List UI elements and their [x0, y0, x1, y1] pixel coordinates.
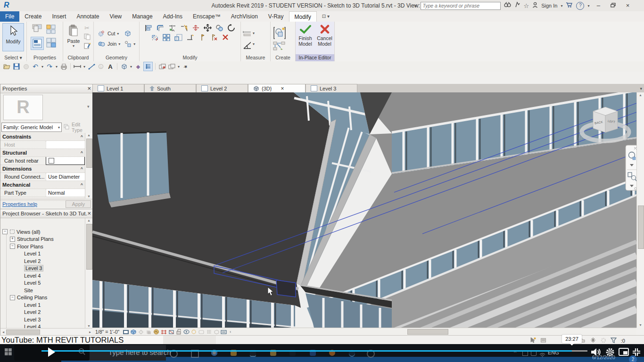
app-store-cart-icon[interactable] [566, 1, 573, 10]
unpin-icon[interactable] [210, 33, 218, 41]
tree-item-site[interactable]: Site [2, 287, 84, 294]
tab-annotate[interactable]: Annotate [71, 11, 104, 22]
help-icon[interactable]: ? [576, 2, 584, 10]
aligned-dimension-icon[interactable] [87, 62, 96, 71]
browser-v-scrollbar[interactable]: ▲ ▼ [85, 218, 92, 328]
unjoin-icon[interactable] [124, 40, 132, 48]
visual-style-icon[interactable] [130, 329, 137, 335]
scroll-up-icon[interactable]: ▲ [85, 133, 92, 137]
scroll-down-icon[interactable]: ▼ [85, 324, 92, 328]
scroll-down-icon[interactable]: ▼ [637, 323, 644, 327]
cut-label[interactable]: Cut [107, 31, 115, 36]
panel-label-geometry[interactable]: Geometry [94, 54, 139, 61]
view-tab-south[interactable]: South [144, 84, 196, 92]
create-similar-icon[interactable] [272, 41, 287, 51]
undo-caret-icon[interactable]: ▾ [41, 62, 44, 71]
properties-toggle-icon[interactable] [31, 37, 44, 50]
angular-dimension-icon[interactable] [243, 41, 251, 48]
cancel-model-button[interactable]: Cancel Model [317, 23, 332, 47]
view-tab-3d-active[interactable]: {3D}× [248, 84, 305, 92]
paste-button[interactable]: Paste ▾ [66, 23, 82, 48]
play-button[interactable] [47, 347, 56, 359]
rotate-icon[interactable] [227, 24, 235, 32]
tab-enscape[interactable]: Enscape™ [188, 11, 226, 22]
sync-icon[interactable] [22, 62, 30, 71]
minimize-button[interactable]: – [593, 0, 604, 11]
restore-button[interactable] [607, 0, 619, 11]
sign-in-caret-icon[interactable]: ▾ [561, 4, 562, 8]
sign-in-link[interactable]: Sign In [541, 3, 557, 8]
align-icon[interactable] [145, 24, 153, 32]
player-progress-played[interactable] [41, 350, 572, 352]
scroll-down-icon[interactable]: ▼ [85, 195, 92, 198]
project-browser-title-bar[interactable]: Project Browser - Sketch to 3D Tut... × [0, 209, 93, 218]
section-dimensions[interactable]: Dimensions^ [0, 165, 85, 173]
close-view-icon[interactable]: × [281, 85, 284, 92]
section-icon[interactable]: ◆ [134, 62, 142, 71]
render-icon[interactable] [152, 329, 160, 335]
text-tool-icon[interactable]: A [106, 62, 115, 71]
tree-item-floor-plans[interactable]: −Floor Plans [2, 243, 84, 250]
panel-label-in-place-editor[interactable]: In-Place Editor [296, 54, 334, 61]
properties-box-icon[interactable] [213, 329, 220, 335]
redo-caret-icon[interactable]: ▾ [55, 62, 58, 71]
view-tab-level-2[interactable]: Level 2 [196, 84, 248, 92]
panel-label-measure[interactable]: Measure [241, 54, 270, 61]
tab-vray[interactable]: V-Ray [263, 11, 289, 22]
expand-control-icon[interactable]: ‹ [228, 329, 233, 334]
properties-scrollbar[interactable]: ▲ ▼ [85, 133, 92, 198]
help-search-input[interactable] [421, 2, 501, 10]
open-icon[interactable] [3, 62, 11, 71]
modify-dimensions-icon[interactable] [73, 62, 82, 71]
exchange-apps-icon[interactable] [514, 1, 520, 10]
tree-item-views-all[interactable]: −Views (all) [2, 228, 84, 236]
section-structural[interactable]: Structural^ [0, 149, 85, 157]
favorites-star-icon[interactable]: ☆ [524, 2, 529, 9]
crop-view-icon[interactable] [160, 329, 167, 335]
user-icon[interactable] [532, 1, 538, 10]
cut-geometry-icon[interactable] [98, 30, 106, 37]
property-row-round-connector[interactable]: Round Connect...Use Diameter [0, 173, 85, 181]
constraints-display-icon[interactable] [205, 329, 213, 335]
move-icon[interactable] [204, 24, 212, 32]
tree-item-ceiling-plans[interactable]: −Ceiling Plans [2, 294, 84, 302]
tab-add-ins[interactable]: Add-Ins [158, 11, 188, 22]
cut-clipboard-icon[interactable]: ✂ [83, 24, 91, 32]
property-row-part-type[interactable]: Part TypeNormal [0, 189, 85, 197]
split-with-gap-icon[interactable] [180, 24, 188, 32]
switch-windows-icon[interactable] [167, 62, 176, 71]
solid-box-icon[interactable] [124, 30, 132, 37]
tab-archvision[interactable]: ArchVision [226, 11, 263, 22]
properties-help-link[interactable]: Properties help [2, 201, 37, 207]
expand-box-icon[interactable]: + [10, 237, 15, 242]
finish-model-button[interactable]: Finish Model [297, 23, 313, 47]
tree-item-ceiling-level-3[interactable]: Level 3 [2, 316, 84, 323]
panel-label-clipboard[interactable]: Clipboard [63, 54, 93, 61]
split-element-icon[interactable] [168, 24, 176, 32]
scale-button[interactable]: 1/8" = 1'-0" [92, 329, 122, 335]
reveal-hidden-icon[interactable] [190, 329, 198, 335]
tree-item-ceiling-level-2[interactable]: Level 2 [2, 309, 84, 316]
type-properties-icon[interactable] [45, 37, 58, 49]
tree-item-level-2[interactable]: Level 2 [2, 257, 84, 265]
viewport-v-scrollbar[interactable]: ▲ ▼ [636, 92, 644, 328]
property-row-host[interactable]: Host [0, 141, 85, 149]
tab-manage[interactable]: Manage [127, 11, 157, 22]
section-mechanical[interactable]: Mechanical^ [0, 181, 85, 189]
tree-item-level-3-selected[interactable]: Level 3 [2, 265, 84, 272]
close-button[interactable]: × [622, 0, 633, 11]
trim-extend-icon[interactable] [186, 33, 194, 41]
delete-icon[interactable] [222, 33, 230, 41]
tree-item-level-4[interactable]: Level 4 [2, 272, 84, 280]
cope-icon[interactable] [157, 24, 165, 32]
panel-label-create[interactable]: Create [271, 54, 295, 61]
panel-label-modify[interactable]: Modify [140, 54, 240, 61]
tab-create[interactable]: Create [19, 11, 47, 22]
player-progress-buffer[interactable] [572, 350, 587, 352]
panel-label-properties[interactable]: Properties [27, 54, 63, 61]
shadows-icon[interactable] [145, 329, 152, 335]
scale-icon[interactable] [174, 33, 182, 41]
default-3d-view-icon[interactable] [120, 62, 128, 71]
thin-lines-icon[interactable] [143, 62, 153, 71]
close-hidden-windows-icon[interactable] [158, 62, 166, 71]
